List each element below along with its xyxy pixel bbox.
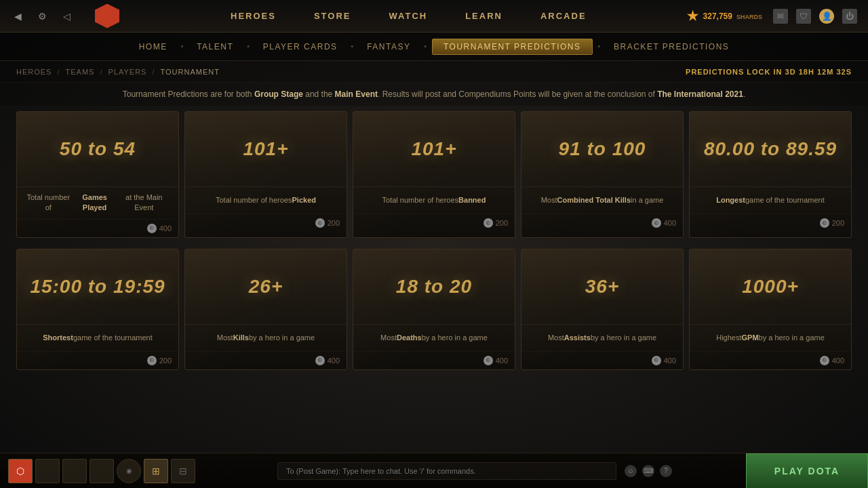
pred-card-games-played[interactable]: 50 to 54 Total number of Games Played at… [16, 111, 179, 238]
top-bar-left: ◀ ⚙ ◁ [0, 4, 141, 28]
card-desc-games-played: Total number of Games Played at the Main… [17, 186, 178, 219]
card-value-combined-kills: 91 to 100 [521, 112, 683, 186]
bottom-icon-6[interactable]: ⊟ [171, 459, 195, 483]
shield-icon[interactable]: 🛡 [796, 9, 811, 24]
card-desc-most-assists: Most Assists by a hero in a game [521, 324, 683, 351]
main-nav: HEROES STORE WATCH LEARN ARCADE [141, 8, 676, 24]
breadcrumb-tournament: TOURNAMENT [161, 68, 220, 76]
card-points-combined-kills: © 400 [521, 214, 683, 232]
bottom-left-icons: ⬡ ◉ ⊞ ⊟ [0, 459, 203, 483]
subnav-tournament-predictions[interactable]: TOURNAMENT PREDICTIONS [432, 39, 593, 55]
breadcrumb-heroes[interactable]: HEROES [16, 68, 52, 76]
subnav-talent[interactable]: TALENT [189, 39, 241, 54]
cards-grid-row2: 15:00 to 19:59 Shortest game of the tour… [0, 243, 868, 375]
subnav-player-cards[interactable]: PLAYER CARDS [255, 39, 346, 54]
nav-arcade[interactable]: ARCADE [535, 8, 592, 24]
predictions-lock: PREDICTIONS LOCK IN 3D 18H 12M 32S [686, 68, 852, 76]
chat-input[interactable] [277, 462, 616, 480]
pred-card-highest-gpm[interactable]: 1000+ Highest GPM by a hero in a game © … [689, 249, 852, 370]
card-desc-heroes-banned: Total number of heroes Banned [353, 186, 515, 214]
bottom-bar: ⬡ ◉ ⊞ ⊟ ☺ ⌨ ? PLAY DOTA [0, 453, 868, 488]
mail-icon[interactable]: ✉ [773, 9, 788, 24]
card-points-most-kills: © 400 [185, 351, 347, 369]
card-value-most-deaths: 18 to 20 [353, 249, 515, 324]
pred-card-shortest-game[interactable]: 15:00 to 19:59 Shortest game of the tour… [16, 249, 179, 370]
pred-card-most-deaths[interactable]: 18 to 20 Most Deaths by a hero in a game… [353, 249, 515, 370]
card-value-most-assists: 36+ [521, 249, 683, 324]
bottom-icon-4[interactable]: ◉ [117, 459, 141, 483]
bottom-icon-3[interactable] [90, 459, 114, 483]
points-icon: © [147, 356, 157, 365]
card-desc-most-kills: Most Kills by a hero in a game [185, 324, 347, 351]
dota-logo [95, 4, 119, 28]
play-dota-button[interactable]: PLAY DOTA [746, 453, 868, 489]
points-icon: © [652, 218, 661, 228]
points-icon: © [484, 356, 493, 365]
info-banner: Tournament Predictions are for both Grou… [0, 83, 868, 106]
points-icon: © [315, 218, 325, 228]
card-desc-highest-gpm: Highest GPM by a hero in a game [690, 324, 851, 351]
pred-card-heroes-picked[interactable]: 101+ Total number of heroes Picked © 200 [184, 111, 347, 238]
points-icon: © [820, 356, 829, 365]
bottom-icon-2[interactable] [62, 459, 87, 483]
lock-days: 3D [785, 68, 796, 76]
nav-store[interactable]: STORE [309, 8, 357, 24]
nav-learn[interactable]: LEARN [460, 8, 508, 24]
bottom-icon-1[interactable] [35, 459, 60, 483]
pred-card-most-kills[interactable]: 26+ Most Kills by a hero in a game © 400 [184, 249, 347, 370]
chat-icons: ☺ ⌨ ? [625, 465, 672, 477]
lock-minutes: 12M [817, 68, 833, 76]
bottom-icon-5[interactable]: ⊞ [144, 459, 168, 483]
card-points-shortest-game: © 200 [17, 351, 178, 369]
nav-heroes[interactable]: HEROES [225, 8, 281, 24]
card-value-heroes-picked: 101+ [185, 112, 347, 186]
card-value-heroes-banned: 101+ [353, 112, 515, 186]
lock-hours: 18H [799, 68, 814, 76]
card-value-longest-game: 80.00 to 89.59 [690, 112, 851, 186]
card-desc-combined-kills: Most Combined Total Kills in a game [521, 186, 683, 214]
nav-watch[interactable]: WATCH [383, 8, 433, 24]
power-icon[interactable]: ⏻ [842, 9, 857, 24]
back-arrow-icon[interactable]: ◁ [57, 7, 76, 26]
breadcrumb-teams[interactable]: TEAMS [66, 68, 95, 76]
card-desc-longest-game: Longest game of the tournament [690, 186, 851, 214]
settings-icon[interactable]: ⚙ [33, 7, 52, 26]
card-points-highest-gpm: © 400 [690, 351, 851, 369]
top-bar: ◀ ⚙ ◁ HEROES STORE WATCH LEARN ARCADE 32… [0, 0, 868, 33]
card-points-most-assists: © 400 [521, 351, 683, 369]
subnav-fantasy[interactable]: FANTASY [359, 39, 418, 54]
pred-card-most-assists[interactable]: 36+ Most Assists by a hero in a game © 4… [521, 249, 684, 370]
points-icon: © [652, 356, 661, 365]
card-points-heroes-banned: © 200 [353, 214, 515, 232]
pred-card-combined-kills[interactable]: 91 to 100 Most Combined Total Kills in a… [521, 111, 684, 238]
card-points-heroes-picked: © 200 [185, 214, 347, 232]
card-points-most-deaths: © 400 [353, 351, 515, 369]
card-value-games-played: 50 to 54 [17, 112, 178, 186]
sub-nav: HOME • TALENT • PLAYER CARDS • FANTASY •… [0, 33, 868, 61]
chat-icon-2[interactable]: ⌨ [642, 465, 654, 477]
profile-icon[interactable]: 👤 [819, 9, 834, 24]
chat-icon-1[interactable]: ☺ [625, 465, 637, 477]
points-icon: © [147, 224, 157, 233]
card-points-longest-game: © 200 [690, 214, 851, 232]
chat-icon-3[interactable]: ? [660, 465, 672, 477]
card-desc-shortest-game: Shortest game of the tournament [17, 324, 178, 351]
card-value-shortest-game: 15:00 to 19:59 [17, 249, 178, 324]
pred-card-longest-game[interactable]: 80.00 to 89.59 Longest game of the tourn… [689, 111, 852, 238]
points-icon: © [315, 356, 325, 365]
breadcrumb-bar: HEROES / TEAMS / PLAYERS / TOURNAMENT PR… [0, 61, 868, 83]
pred-card-heroes-banned[interactable]: 101+ Total number of heroes Banned © 200 [353, 111, 515, 238]
subnav-home[interactable]: HOME [131, 39, 176, 54]
top-bar-right: 327,759 SHARDS ✉ 🛡 👤 ⏻ [676, 9, 868, 24]
shards-value: 327,759 [703, 12, 732, 21]
top-right-icons: ✉ 🛡 👤 ⏻ [773, 9, 857, 24]
lock-seconds: 32S [836, 68, 852, 76]
subnav-bracket-predictions[interactable]: BRACKET PREDICTIONS [606, 39, 737, 54]
cards-grid-row1: 50 to 54 Total number of Games Played at… [0, 106, 868, 243]
breadcrumb-players[interactable]: PLAYERS [108, 68, 147, 76]
card-desc-heroes-picked: Total number of heroes Picked [185, 186, 347, 214]
bottom-icon-dota[interactable]: ⬡ [8, 459, 33, 483]
card-points-games-played: © 400 [17, 219, 178, 237]
back-icon[interactable]: ◀ [8, 7, 27, 26]
points-icon: © [820, 218, 829, 228]
